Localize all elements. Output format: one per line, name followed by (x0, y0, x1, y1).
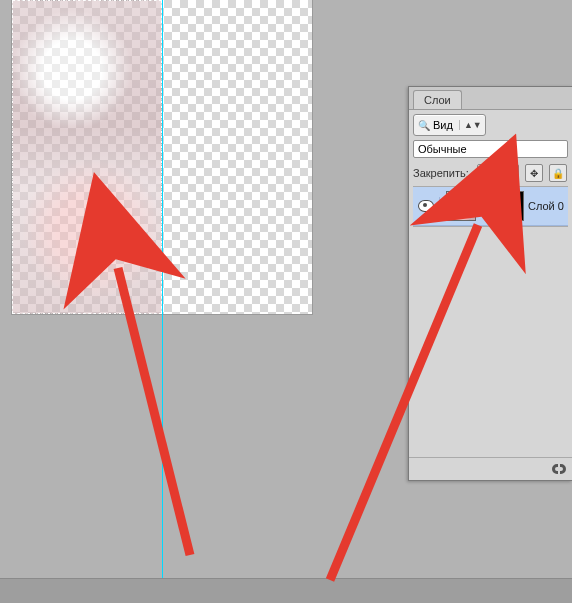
layer-name-label[interactable]: Слой 0 (528, 200, 564, 212)
lock-row: Закрепить: ▨ ✎ ✥ 🔒 (413, 164, 568, 182)
search-icon: 🔍 (418, 120, 430, 131)
tab-layers[interactable]: Слои (413, 90, 462, 109)
panel-body: 🔍 Вид ▲▼ Обычные Закрепить: ▨ ✎ ✥ 🔒 (409, 110, 572, 227)
layer-thumbnail[interactable] (446, 191, 476, 221)
visibility-toggle[interactable] (417, 197, 440, 215)
mask-link-icon[interactable] (480, 198, 490, 214)
lock-position-button[interactable]: ✥ (525, 164, 543, 182)
stepper-arrows-icon: ▲▼ (459, 120, 482, 130)
layers-list: Слой 0 (413, 186, 568, 227)
layer-mask-thumbnail[interactable] (494, 191, 524, 221)
layer-row[interactable]: Слой 0 (413, 187, 568, 226)
panel-tab-bar: Слои (409, 87, 572, 110)
link-layers-icon[interactable] (552, 462, 566, 476)
workspace: Слои 🔍 Вид ▲▼ Обычные Закрепить: ▨ ✎ ✥ 🔒 (0, 0, 572, 603)
layer-filter-label: Вид (433, 119, 453, 131)
layers-panel: Слои 🔍 Вид ▲▼ Обычные Закрепить: ▨ ✎ ✥ 🔒 (408, 86, 572, 481)
lock-pixels-button[interactable]: ✎ (501, 164, 519, 182)
blend-mode-value: Обычные (418, 143, 467, 155)
panel-footer (409, 457, 572, 480)
vertical-guide[interactable] (162, 0, 163, 579)
layer-filter-dropdown[interactable]: 🔍 Вид ▲▼ (413, 114, 486, 136)
selection-marquee (12, 0, 162, 314)
window-bottom-strip (0, 578, 572, 603)
lock-transparency-button[interactable]: ▨ (477, 164, 495, 182)
eye-icon (418, 200, 434, 212)
blend-mode-dropdown[interactable]: Обычные (413, 140, 568, 158)
lock-all-button[interactable]: 🔒 (549, 164, 567, 182)
layers-empty-area (409, 227, 572, 457)
lock-label: Закрепить: (413, 167, 469, 179)
